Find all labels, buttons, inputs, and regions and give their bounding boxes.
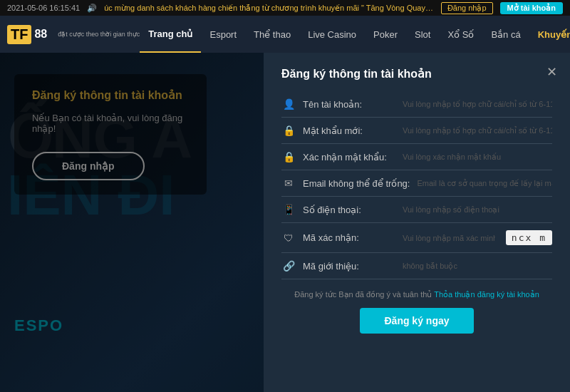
modal-footer: Đăng ký tức Bạn đã đồng ý và tuân thủ Th…: [281, 290, 552, 299]
nav-item-ban-ca[interactable]: Bắn cá: [482, 16, 529, 53]
captcha-input[interactable]: [403, 234, 495, 242]
logo-subtitle: đặt cược theo thời gian thực: [58, 31, 140, 38]
email-label: Email không thể để trống:: [303, 178, 410, 189]
nav-item-khuyen-mai[interactable]: Khuyến mãi: [529, 16, 570, 53]
topbar-register-button[interactable]: Mở tài khoản: [500, 2, 563, 14]
header: TF 88 đặt cược theo thời gian thực Trang…: [0, 16, 570, 53]
username-label: Tên tài khoản:: [303, 99, 395, 110]
email-icon: ✉: [281, 177, 296, 189]
footer-text: Đăng ký tức Bạn đã đồng ý và tuân thủ: [294, 290, 434, 299]
referral-icon: 🔗: [281, 260, 296, 272]
register-modal: Đăng ký thông tin tài khoản ✕ 👤Tên tài k…: [264, 53, 570, 392]
form-row-captcha: 🛡Mã xác nhận:ncx m: [281, 223, 552, 253]
username-input[interactable]: [403, 100, 552, 108]
form-row-confirm-password: 🔒Xác nhận mật khẩu:: [281, 144, 552, 170]
register-submit-button[interactable]: Đăng ký ngay: [360, 308, 474, 334]
captcha-image: ncx m: [506, 230, 552, 245]
logo: TF 88: [7, 25, 47, 44]
password-input[interactable]: [403, 126, 552, 135]
phone-label: Số điện thoại:: [303, 205, 395, 215]
datetime: 2021-05-06 16:15:41: [7, 4, 80, 12]
referral-input[interactable]: [403, 262, 552, 270]
nav-item-xo-so[interactable]: Xổ Số: [439, 16, 482, 53]
form-row-referral: 🔗Mã giới thiệu:: [281, 253, 552, 279]
confirm-password-input[interactable]: [403, 153, 552, 161]
nav-item-live-casino[interactable]: Live Casino: [299, 16, 365, 53]
referral-label: Mã giới thiệu:: [303, 261, 395, 272]
phone-input[interactable]: [403, 205, 552, 214]
speaker-icon: 🔊: [87, 4, 97, 13]
confirm-password-icon: 🔒: [281, 151, 296, 163]
nav-item-slot[interactable]: Slot: [406, 16, 439, 53]
email-input[interactable]: [417, 179, 552, 187]
nav-item-esport[interactable]: Esport: [201, 16, 245, 53]
confirm-password-label: Xác nhận mật khẩu:: [303, 152, 395, 163]
nav-item-poker[interactable]: Poker: [365, 16, 406, 53]
main-nav: Trang chủEsportThể thaoLive CasinoPokerS…: [140, 16, 570, 53]
notice-text: úc mừng danh sách khách hàng chiến thắng…: [104, 4, 434, 13]
captcha-label: Mã xác nhận:: [303, 232, 395, 243]
footer-link[interactable]: Thỏa thuận đăng ký tài khoản: [434, 290, 539, 299]
main-content: ỐNG A IÊN ĐI ESPO Đăng ký thông tin tài …: [0, 53, 570, 392]
modal-title: Đăng ký thông tin tài khoản: [281, 67, 552, 81]
form-row-email: ✉Email không thể để trống:: [281, 170, 552, 197]
password-icon: 🔒: [281, 125, 296, 136]
form-row-username: 👤Tên tài khoản:: [281, 91, 552, 118]
password-label: Mật khẩu mới:: [303, 125, 395, 136]
form-row-phone: 📱Số điện thoại:: [281, 197, 552, 223]
modal-close-button[interactable]: ✕: [546, 66, 557, 78]
captcha-icon: 🛡: [281, 232, 296, 244]
form-fields: 👤Tên tài khoản:🔒Mật khẩu mới:🔒Xác nhận m…: [281, 91, 552, 279]
logo-88: 88: [34, 28, 47, 41]
logo-tf: TF: [7, 25, 31, 44]
nav-item-trang-chu[interactable]: Trang chủ: [140, 16, 201, 53]
username-icon: 👤: [281, 98, 296, 110]
phone-icon: 📱: [281, 204, 296, 215]
topbar-login-button[interactable]: Đăng nhập: [441, 2, 493, 14]
nav-item-the-thao[interactable]: Thể thao: [245, 16, 299, 53]
form-row-password: 🔒Mật khẩu mới:: [281, 118, 552, 144]
modal-overlay: Đăng ký thông tin tài khoản ✕ 👤Tên tài k…: [0, 53, 570, 392]
top-bar: 2021-05-06 16:15:41 🔊 úc mừng danh sách …: [0, 0, 570, 16]
